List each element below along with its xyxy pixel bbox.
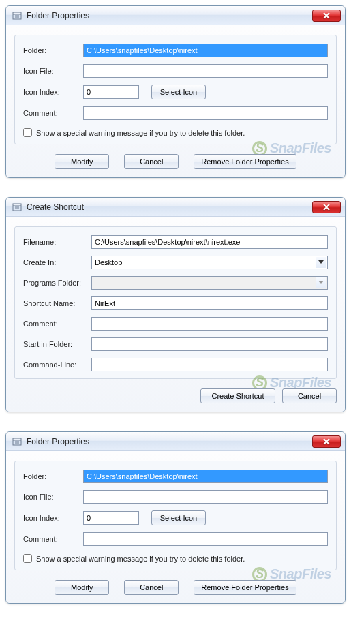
folder-label: Folder:	[23, 472, 83, 480]
createin-label: Create In:	[23, 258, 91, 266]
folder-properties-dialog: Folder Properties Folder: Icon File: Ico…	[5, 431, 346, 604]
window-title: Create Shortcut	[27, 202, 84, 212]
create-shortcut-button[interactable]: Create Shortcut	[200, 388, 275, 403]
filename-input[interactable]	[91, 235, 328, 249]
folder-properties-dialog: Folder Properties Folder: Icon File: Ico…	[5, 5, 346, 178]
cancel-button[interactable]: Cancel	[282, 388, 337, 403]
close-button[interactable]	[312, 435, 341, 448]
window-title: Folder Properties	[27, 11, 89, 20]
shortcut-name-label: Shortcut Name:	[23, 299, 91, 307]
command-line-label: Command-Line:	[23, 361, 91, 369]
iconfile-input[interactable]	[83, 490, 328, 504]
iconindex-label: Icon Index:	[23, 514, 83, 522]
close-button[interactable]	[312, 201, 341, 213]
createin-select[interactable]: Desktop	[91, 256, 328, 269]
programs-folder-label: Programs Folder:	[23, 279, 91, 287]
iconindex-input[interactable]	[83, 511, 139, 525]
groupbox: Folder: Icon File: Icon Index: Select Ic…	[14, 461, 337, 570]
app-icon	[12, 10, 22, 21]
cancel-button[interactable]: Cancel	[124, 154, 179, 169]
close-icon	[323, 438, 330, 445]
groupbox: Filename: Create In: Desktop Programs Fo…	[14, 226, 337, 379]
shortcut-name-input[interactable]	[91, 296, 328, 310]
warning-checkbox[interactable]	[23, 128, 32, 137]
programs-folder-select[interactable]	[91, 276, 328, 290]
folder-input[interactable]	[83, 44, 328, 57]
comment-label: Comment:	[23, 320, 91, 328]
titlebar[interactable]: Folder Properties	[6, 432, 345, 451]
cancel-button[interactable]: Cancel	[124, 580, 179, 595]
close-icon	[323, 204, 330, 211]
window-title: Folder Properties	[27, 437, 89, 446]
command-line-input[interactable]	[91, 358, 328, 371]
start-in-input[interactable]	[91, 337, 328, 351]
modify-button[interactable]: Modify	[55, 580, 109, 595]
warning-checkbox[interactable]	[23, 554, 32, 563]
comment-input[interactable]	[83, 106, 328, 120]
create-shortcut-dialog: Create Shortcut Filename: Create In: Des…	[5, 197, 346, 412]
iconindex-input[interactable]	[83, 85, 139, 99]
remove-properties-button[interactable]: Remove Folder Properties	[194, 580, 296, 595]
iconfile-label: Icon File:	[23, 493, 83, 501]
warning-checkbox-label: Show a special warning message if you tr…	[36, 555, 245, 563]
iconindex-label: Icon Index:	[23, 88, 83, 96]
createin-value: Desktop	[95, 258, 122, 266]
remove-properties-button[interactable]: Remove Folder Properties	[194, 154, 296, 169]
comment-label: Comment:	[23, 109, 83, 117]
iconfile-input[interactable]	[83, 64, 328, 78]
comment-input[interactable]	[91, 317, 328, 331]
select-icon-button[interactable]: Select Icon	[151, 510, 206, 525]
chevron-down-icon	[316, 277, 326, 288]
chevron-down-icon	[316, 257, 326, 268]
folder-input[interactable]	[83, 470, 328, 483]
comment-input[interactable]	[83, 532, 328, 546]
folder-label: Folder:	[23, 46, 83, 55]
app-icon	[12, 202, 22, 213]
app-icon	[12, 436, 22, 447]
warning-checkbox-label: Show a special warning message if you tr…	[36, 129, 245, 137]
comment-label: Comment:	[23, 535, 83, 543]
titlebar[interactable]: Folder Properties	[6, 6, 345, 25]
iconfile-label: Icon File:	[23, 67, 83, 75]
groupbox: Folder: Icon File: Icon Index: Select Ic…	[14, 35, 337, 144]
close-button[interactable]	[312, 10, 341, 22]
filename-label: Filename:	[23, 238, 91, 246]
select-icon-button[interactable]: Select Icon	[151, 85, 206, 99]
modify-button[interactable]: Modify	[55, 154, 109, 169]
close-icon	[323, 12, 330, 19]
titlebar[interactable]: Create Shortcut	[6, 198, 345, 217]
start-in-label: Start in Folder:	[23, 340, 91, 348]
